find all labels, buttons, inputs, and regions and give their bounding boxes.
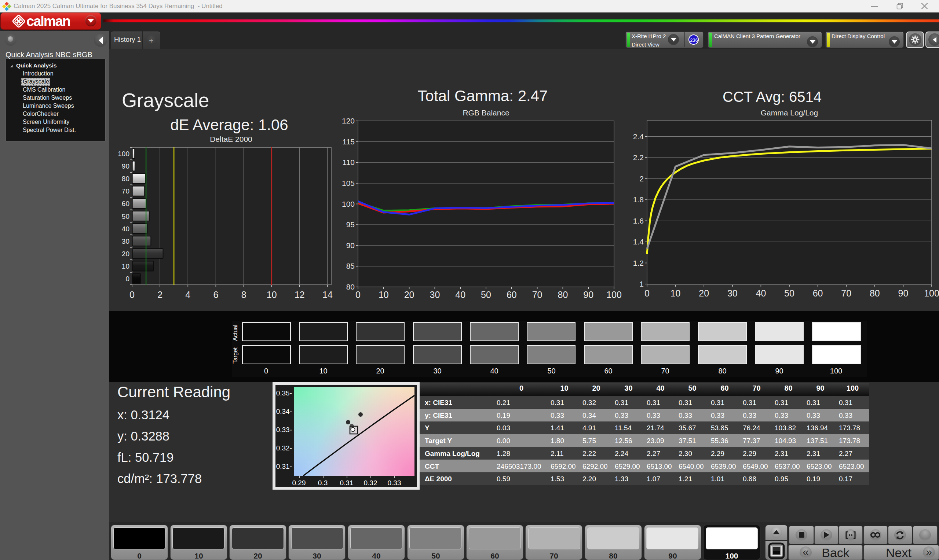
svg-text:40: 40 <box>122 225 130 233</box>
svg-text:70: 70 <box>532 289 543 300</box>
svg-text:115: 115 <box>342 137 355 146</box>
svg-text:120: 120 <box>342 117 355 125</box>
svg-text:60: 60 <box>507 289 517 300</box>
svg-text:40: 40 <box>455 289 466 300</box>
svg-text:80: 80 <box>122 175 130 183</box>
svg-text:2: 2 <box>639 174 644 183</box>
svg-text:30: 30 <box>430 289 440 300</box>
svg-text:70: 70 <box>122 187 130 195</box>
svg-text:6: 6 <box>213 289 218 300</box>
svg-text:1: 1 <box>639 280 644 288</box>
svg-text:10: 10 <box>122 262 130 270</box>
svg-text:0: 0 <box>355 289 361 300</box>
svg-text:1.2: 1.2 <box>633 259 644 267</box>
svg-text:30: 30 <box>122 237 130 245</box>
svg-text:100: 100 <box>342 200 355 208</box>
svg-text:20: 20 <box>699 288 709 298</box>
svg-text:2: 2 <box>157 289 162 300</box>
svg-text:30: 30 <box>727 288 738 298</box>
svg-text:8: 8 <box>241 289 247 300</box>
svg-text:1.4: 1.4 <box>633 237 644 246</box>
svg-text:2.4: 2.4 <box>633 132 644 141</box>
svg-text:85: 85 <box>346 262 355 270</box>
svg-text:100: 100 <box>118 150 130 158</box>
svg-text:14: 14 <box>322 289 333 300</box>
svg-text:110: 110 <box>342 158 355 166</box>
svg-text:95: 95 <box>346 220 355 229</box>
svg-text:40: 40 <box>756 288 766 298</box>
svg-text:10: 10 <box>671 288 681 298</box>
svg-text:60: 60 <box>813 288 823 298</box>
svg-text:50: 50 <box>481 289 491 300</box>
svg-text:12: 12 <box>294 289 305 300</box>
svg-text:90: 90 <box>346 241 355 249</box>
svg-text:50: 50 <box>122 212 130 220</box>
svg-text:90: 90 <box>122 162 130 170</box>
svg-text:80: 80 <box>346 283 355 291</box>
svg-text:60: 60 <box>122 200 130 208</box>
svg-text:90: 90 <box>898 288 908 298</box>
svg-text:1.8: 1.8 <box>633 195 644 204</box>
svg-text:0: 0 <box>645 288 649 298</box>
svg-text:2.2: 2.2 <box>633 153 644 162</box>
svg-text:10: 10 <box>379 289 389 300</box>
svg-text:0: 0 <box>130 289 135 300</box>
svg-text:70: 70 <box>841 288 851 298</box>
svg-text:10: 10 <box>267 289 277 300</box>
svg-text:80: 80 <box>870 288 880 298</box>
svg-text:1.6: 1.6 <box>633 217 644 225</box>
svg-text:50: 50 <box>784 288 794 298</box>
svg-text:100: 100 <box>924 288 939 298</box>
svg-text:20: 20 <box>122 250 130 258</box>
svg-text:105: 105 <box>342 179 355 187</box>
svg-text:100: 100 <box>606 289 622 300</box>
svg-text:0: 0 <box>125 275 130 283</box>
svg-text:4: 4 <box>185 289 190 300</box>
svg-text:80: 80 <box>558 289 568 300</box>
svg-text:20: 20 <box>404 289 415 300</box>
svg-text:90: 90 <box>583 289 594 300</box>
